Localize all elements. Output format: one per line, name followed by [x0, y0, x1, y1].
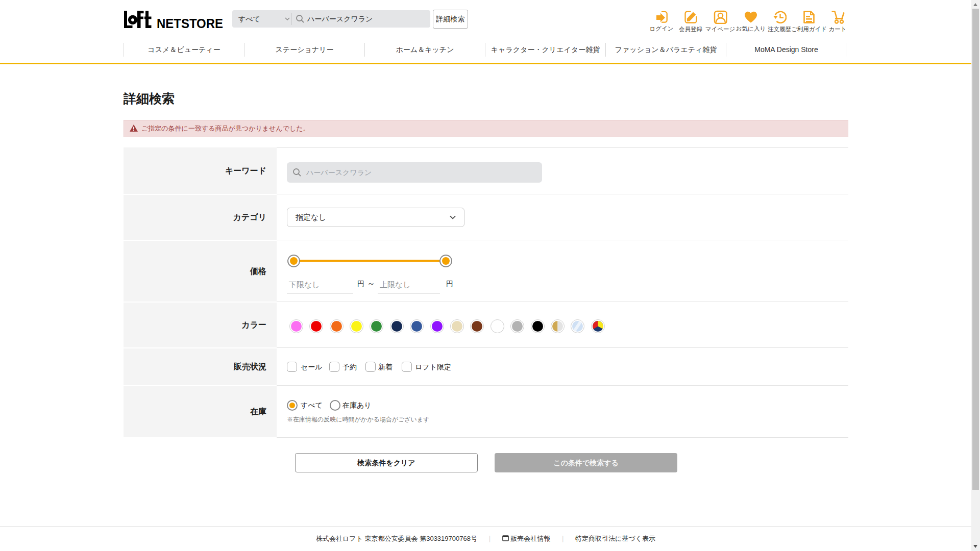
svg-text:NETSTORE: NETSTORE — [157, 16, 223, 31]
